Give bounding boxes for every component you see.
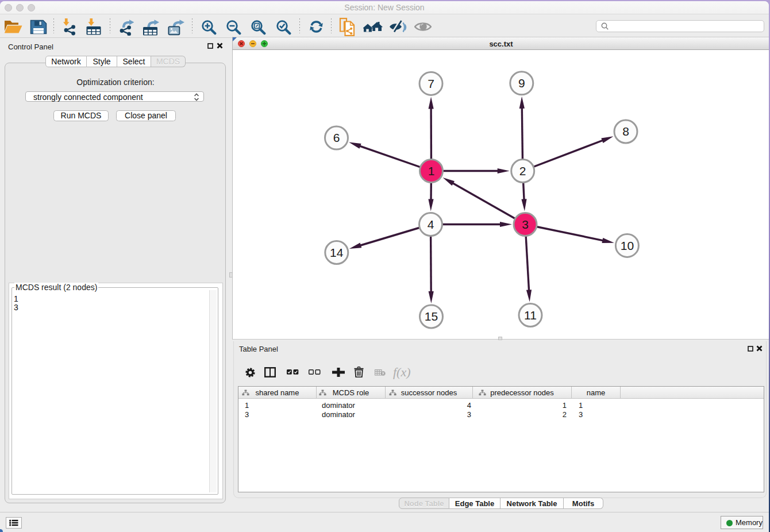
svg-text:7: 7: [428, 77, 434, 90]
svg-text:1: 1: [428, 164, 435, 178]
svg-text:11: 11: [524, 309, 537, 322]
svg-text:3: 3: [522, 218, 529, 231]
svg-text:4: 4: [428, 218, 434, 231]
svg-text:2: 2: [519, 164, 526, 178]
svg-text:15: 15: [425, 310, 438, 323]
svg-text:6: 6: [333, 131, 340, 144]
svg-text:8: 8: [622, 125, 629, 138]
svg-text:14: 14: [330, 246, 344, 259]
svg-text:9: 9: [518, 76, 525, 90]
svg-text:10: 10: [621, 239, 634, 252]
